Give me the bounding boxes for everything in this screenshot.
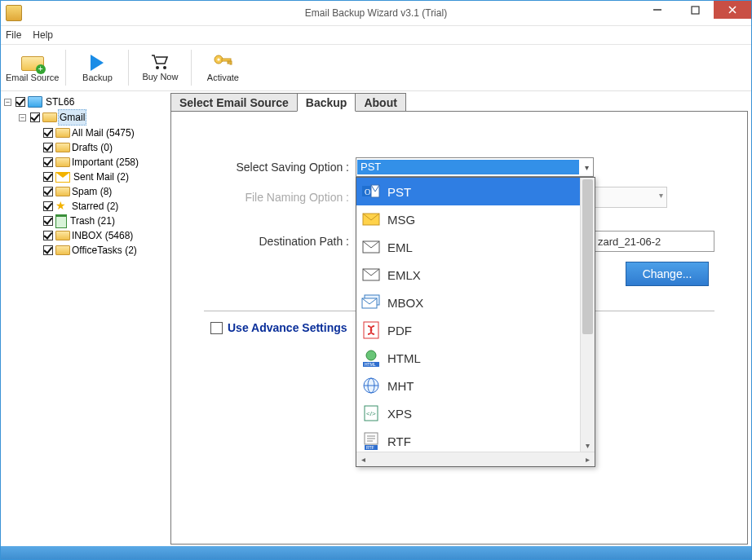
saving-option-combo[interactable]: PST ▾ bbox=[356, 157, 594, 177]
tab-about[interactable]: About bbox=[355, 93, 405, 112]
outlook-icon: O bbox=[361, 183, 381, 201]
dropdown-option-emlx[interactable]: EMLX bbox=[356, 261, 581, 289]
tree-folder[interactable]: Sent Mail (2) bbox=[43, 170, 166, 184]
toolbar-activate[interactable]: Activate bbox=[197, 46, 249, 89]
folder-icon bbox=[55, 187, 69, 196]
tree-folder[interactable]: Drafts (0) bbox=[43, 140, 166, 155]
mail-icon bbox=[55, 172, 70, 183]
key-icon bbox=[213, 53, 232, 71]
dropdown-option-mht[interactable]: MHT bbox=[356, 372, 581, 399]
toolbar-buy-now-label: Buy Now bbox=[142, 72, 178, 82]
toolbar-separator bbox=[128, 50, 129, 86]
collapse-icon[interactable]: − bbox=[19, 114, 26, 121]
checkbox[interactable] bbox=[43, 157, 53, 167]
svg-text:</>: </> bbox=[366, 410, 376, 417]
tree-folder[interactable]: Trash (21) bbox=[43, 214, 166, 228]
dropdown-option-html[interactable]: HTML HTML bbox=[356, 344, 581, 372]
toolbar: Email Source Backup Buy Now Activate bbox=[1, 45, 751, 91]
checkbox[interactable] bbox=[43, 245, 53, 255]
tab-strip: Select Email Source Backup About bbox=[170, 93, 751, 112]
folder-icon bbox=[55, 157, 69, 167]
dropdown-option-eml[interactable]: EML bbox=[356, 233, 581, 261]
checkbox[interactable] bbox=[43, 172, 53, 182]
tree-account[interactable]: − Gmail bbox=[19, 109, 166, 126]
tree-folder[interactable]: All Mail (5475) bbox=[43, 126, 166, 140]
tab-label: Select Email Source bbox=[179, 96, 289, 109]
saving-option-dropdown[interactable]: O PST MSG EML bbox=[356, 177, 595, 467]
toolbar-separator bbox=[65, 50, 66, 86]
tree-folder[interactable]: Spam (8) bbox=[43, 184, 166, 199]
label-saving-option: Select Saving Option : bbox=[210, 161, 356, 174]
checkbox[interactable] bbox=[43, 216, 53, 226]
collapse-icon[interactable]: − bbox=[4, 99, 11, 106]
menu-file[interactable]: File bbox=[6, 29, 21, 41]
option-label: XPS bbox=[387, 407, 412, 421]
envelope-icon bbox=[361, 210, 381, 228]
toolbar-email-source[interactable]: Email Source bbox=[4, 46, 60, 89]
tree-folder[interactable]: ★Starred (2) bbox=[43, 199, 166, 214]
folder-plus-icon bbox=[21, 53, 44, 71]
svg-point-7 bbox=[218, 58, 220, 60]
tree-folder[interactable]: OfficeTasks (2) bbox=[43, 243, 166, 258]
toolbar-buy-now[interactable]: Buy Now bbox=[134, 46, 186, 89]
checkbox[interactable] bbox=[30, 112, 40, 122]
app-window: Email Backup Wizard v3.1 (Trial) File He… bbox=[0, 0, 752, 560]
menu-help[interactable]: Help bbox=[33, 29, 53, 41]
scroll-right-arrow-icon[interactable]: ▸ bbox=[581, 455, 595, 464]
status-bar bbox=[1, 546, 751, 559]
envelopes-stack-icon bbox=[361, 293, 381, 311]
dropdown-horizontal-scrollbar[interactable]: ◂ ▸ bbox=[356, 452, 595, 466]
toolbar-backup[interactable]: Backup bbox=[71, 46, 123, 89]
svg-rect-10 bbox=[230, 61, 232, 64]
folder-icon bbox=[55, 143, 69, 152]
dropdown-option-msg[interactable]: MSG bbox=[356, 205, 581, 233]
tree-folder[interactable]: INBOX (5468) bbox=[43, 228, 166, 243]
toolbar-backup-label: Backup bbox=[82, 73, 113, 82]
chevron-down-icon: ▾ bbox=[580, 163, 593, 172]
checkbox[interactable] bbox=[43, 128, 53, 138]
destination-path-input[interactable] bbox=[592, 231, 714, 252]
change-button[interactable]: Change... bbox=[626, 262, 709, 286]
window-controls bbox=[639, 1, 751, 19]
checkbox[interactable] bbox=[43, 143, 53, 152]
tree-folder[interactable]: Important (258) bbox=[43, 155, 166, 170]
html-icon: HTML bbox=[361, 349, 381, 367]
scroll-down-arrow-icon[interactable]: ▾ bbox=[581, 439, 595, 452]
dropdown-option-mbox[interactable]: MBOX bbox=[356, 289, 581, 316]
dropdown-vertical-scrollbar[interactable]: ▾ bbox=[580, 178, 595, 452]
option-label: EMLX bbox=[387, 268, 421, 282]
option-label: EML bbox=[387, 240, 413, 254]
advance-settings-label: Use Advance Settings bbox=[228, 321, 347, 334]
folder-icon bbox=[55, 245, 69, 255]
tab-content: Select Saving Option : PST ▾ File Naming… bbox=[170, 111, 748, 545]
checkbox[interactable] bbox=[43, 187, 53, 196]
tab-backup[interactable]: Backup bbox=[297, 93, 356, 112]
toolbar-email-source-label: Email Source bbox=[6, 73, 59, 82]
tree-root[interactable]: − STL66 bbox=[4, 95, 166, 109]
minimize-button[interactable] bbox=[639, 1, 676, 19]
svg-text:O: O bbox=[365, 187, 370, 196]
checkbox[interactable] bbox=[15, 97, 25, 107]
option-label: HTML bbox=[387, 351, 421, 365]
chevron-down-icon: ▾ bbox=[659, 191, 663, 200]
tree-folder-label: OfficeTasks (2) bbox=[71, 243, 138, 258]
scroll-left-arrow-icon[interactable]: ◂ bbox=[356, 455, 370, 464]
checkbox[interactable] bbox=[43, 231, 53, 240]
dropdown-option-xps[interactable]: </> XPS bbox=[356, 399, 581, 427]
tab-label: Backup bbox=[306, 96, 347, 109]
folder-icon bbox=[55, 231, 69, 240]
dropdown-option-rtf[interactable]: RTF RTF bbox=[356, 427, 581, 455]
dropdown-option-pst[interactable]: O PST bbox=[356, 178, 581, 205]
maximize-button[interactable] bbox=[676, 1, 714, 19]
tree-folder-label: All Mail (5475) bbox=[71, 126, 135, 140]
scrollbar-thumb[interactable] bbox=[582, 179, 593, 334]
tab-select-email-source[interactable]: Select Email Source bbox=[170, 93, 298, 112]
option-label: MBOX bbox=[387, 296, 423, 310]
close-button[interactable] bbox=[714, 1, 751, 19]
folder-tree-panel: − STL66 − Gmail All Mail (547 bbox=[1, 91, 167, 546]
folder-tree: − STL66 − Gmail All Mail (547 bbox=[2, 95, 166, 258]
checkbox[interactable] bbox=[43, 201, 53, 211]
body: − STL66 − Gmail All Mail (547 bbox=[1, 91, 751, 546]
dropdown-option-pdf[interactable]: PDF bbox=[356, 316, 581, 344]
checkbox[interactable] bbox=[210, 322, 223, 334]
